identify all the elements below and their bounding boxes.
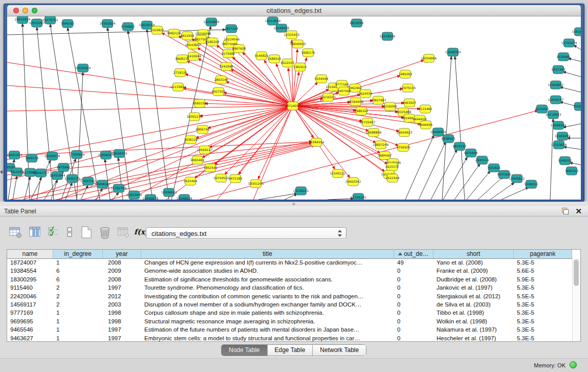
close-panel-icon[interactable]: ✕ xyxy=(575,207,582,215)
scrollbar-thumb[interactable] xyxy=(574,259,579,286)
graph-node[interactable]: 11545122 xyxy=(330,169,346,178)
tab-network-table[interactable]: Network Table xyxy=(313,345,366,356)
graph-node[interactable]: 8522037 xyxy=(281,59,295,67)
row-selection-icon[interactable] xyxy=(47,226,61,241)
graph-node[interactable]: 6216049 xyxy=(383,102,397,111)
graph-node[interactable]: 8912934 xyxy=(181,32,194,40)
graph-node[interactable]: 16154522 xyxy=(213,174,229,182)
graph-node[interactable]: 10688809 xyxy=(366,128,382,137)
graph-node[interactable]: 7690312 xyxy=(565,167,579,175)
graph-node[interactable]: 16210643 xyxy=(546,111,561,119)
graph-node[interactable]: 9242848 xyxy=(220,62,233,71)
splitter-handle-icon[interactable] xyxy=(291,203,296,205)
graph-node[interactable]: 7852546 xyxy=(204,164,217,172)
graph-node[interactable]: 12133814 xyxy=(170,83,186,91)
graph-node[interactable]: 9560156 xyxy=(193,99,207,107)
graph-node[interactable]: 12325413 xyxy=(284,31,300,39)
column-header-short[interactable]: short xyxy=(433,250,514,258)
graph-node[interactable]: 10945678 xyxy=(143,194,159,200)
graph-node[interactable]: 2803144 xyxy=(214,76,228,84)
column-header-pagerank[interactable]: pagerank xyxy=(514,250,572,258)
graph-node[interactable]: 10936913 xyxy=(161,188,177,196)
table-row[interactable]: 1938455462009Genome-wide association stu… xyxy=(7,267,573,275)
graph-node[interactable]: 7625404 xyxy=(184,177,198,185)
graph-node[interactable]: 9065461 xyxy=(191,156,205,164)
graph-node[interactable]: 9699695 xyxy=(419,121,433,129)
graph-node[interactable]: 9463627 xyxy=(403,99,417,107)
graph-node[interactable]: 2522544 xyxy=(386,174,400,182)
graph-node[interactable]: 17334265 xyxy=(351,193,366,200)
graph-node[interactable]: 9115460 xyxy=(419,105,432,113)
graph-node[interactable]: 20061914 xyxy=(7,151,22,159)
graph-node[interactable]: 9756928 xyxy=(397,143,410,151)
graph-node[interactable]: 2718126 xyxy=(173,69,187,77)
graph-node[interactable]: 9227343 xyxy=(552,65,565,74)
graph-node[interactable]: 15918224 xyxy=(572,28,581,36)
graph-node[interactable]: 16053809 xyxy=(204,18,220,26)
graph-node[interactable]: 1362615 xyxy=(293,63,307,71)
graph-node[interactable]: 19218506 xyxy=(380,32,396,40)
graph-node[interactable]: 11083456 xyxy=(555,132,571,140)
graph-node[interactable]: 12923446 xyxy=(126,191,142,199)
graph-node[interactable]: 19346518 xyxy=(177,194,192,200)
graph-node[interactable]: 17957242 xyxy=(80,177,96,185)
graph-node[interactable]: 8427552 xyxy=(212,87,226,96)
panel-splitter[interactable] xyxy=(0,202,588,206)
graph-node[interactable]: 9472185 xyxy=(229,174,243,183)
graph-node[interactable]: 15958345 xyxy=(551,121,567,129)
new-document-icon[interactable] xyxy=(80,226,94,241)
graph-node[interactable]: 9313933 xyxy=(10,168,24,176)
graph-node[interactable]: 9175685 xyxy=(222,50,235,58)
graph-node[interactable]: 7905135 xyxy=(25,154,39,162)
float-panel-icon[interactable] xyxy=(562,208,569,214)
column-header-indegree[interactable]: in_degree xyxy=(53,250,103,258)
graph-node[interactable]: 18807249 xyxy=(373,141,389,149)
table-row[interactable]: 977716911998Corpus callosum shape and si… xyxy=(7,309,573,317)
tab-edge-table[interactable]: Edge Table xyxy=(268,345,313,356)
column-header-outde[interactable]: out_de… xyxy=(394,250,433,258)
graph-node[interactable]: 3624554 xyxy=(359,90,373,98)
graph-node[interactable]: 1615172 xyxy=(385,163,399,171)
graph-node[interactable]: 7857224 xyxy=(225,25,238,33)
tab-node-table[interactable]: Node Table xyxy=(222,345,268,356)
graph-node[interactable]: 9794822 xyxy=(121,23,135,31)
graph-node[interactable]: 9246012 xyxy=(525,180,538,188)
network-canvas[interactable]: 1872400723051824105532871527670279461612… xyxy=(7,16,581,200)
table-row[interactable]: 1456911722003Disruption of a novel membe… xyxy=(7,300,573,309)
graph-node[interactable]: 18640910 xyxy=(290,40,306,48)
graph-node[interactable]: 1588520 xyxy=(268,55,281,63)
graph-node[interactable]: 12093832 xyxy=(548,81,564,89)
control-panel-collapse-arrow-icon[interactable] xyxy=(0,170,3,174)
graph-node[interactable]: 6497568 xyxy=(337,87,351,95)
column-header-title[interactable]: title xyxy=(141,250,394,258)
memory-status-icon[interactable] xyxy=(570,361,577,368)
graph-node[interactable]: 9163822 xyxy=(150,26,164,34)
graph-node[interactable]: 8186328 xyxy=(206,38,220,46)
graph-node[interactable]: 12444157 xyxy=(548,96,564,104)
graph-node[interactable]: 9129966 xyxy=(557,53,571,61)
graph-node[interactable]: 7986322 xyxy=(355,107,368,115)
table-vertical-scrollbar[interactable] xyxy=(572,258,580,341)
graph-node[interactable]: 7632621 xyxy=(487,164,501,172)
graph-node[interactable]: 2935114 xyxy=(475,156,489,164)
column-header-name[interactable]: name xyxy=(7,250,53,258)
graph-node[interactable]: 7485063 xyxy=(399,70,412,78)
table-row[interactable]: 2242004622012Investigating the contribut… xyxy=(7,292,573,300)
graph-node[interactable]: 17359924 xyxy=(69,150,85,159)
graph-node[interactable]: 18354066 xyxy=(421,54,437,62)
graph-node[interactable]: 9154049 xyxy=(315,75,329,83)
graph-node[interactable]: 9474444 xyxy=(464,149,478,157)
graph-node[interactable]: 9146821 xyxy=(255,52,269,60)
graph-node[interactable]: 12975115 xyxy=(400,84,416,92)
graph-node[interactable]: 9975887 xyxy=(57,163,71,171)
graph-node[interactable]: 7558101 xyxy=(573,102,581,111)
column-header-year[interactable]: year xyxy=(103,250,141,258)
graph-node[interactable]: 19384554 xyxy=(309,138,324,146)
network-window-titlebar[interactable]: citations_edges.txt xyxy=(7,5,581,16)
graph-node[interactable]: 10807487 xyxy=(371,96,386,104)
graph-node[interactable]: 8960128 xyxy=(167,29,181,37)
graph-node[interactable]: 10945622 xyxy=(509,174,525,183)
table-selector-dropdown[interactable]: citations_edges.txt xyxy=(146,227,346,239)
graph-node[interactable]: 10663342 xyxy=(345,178,361,186)
graph-node[interactable]: 16648784 xyxy=(445,48,461,56)
